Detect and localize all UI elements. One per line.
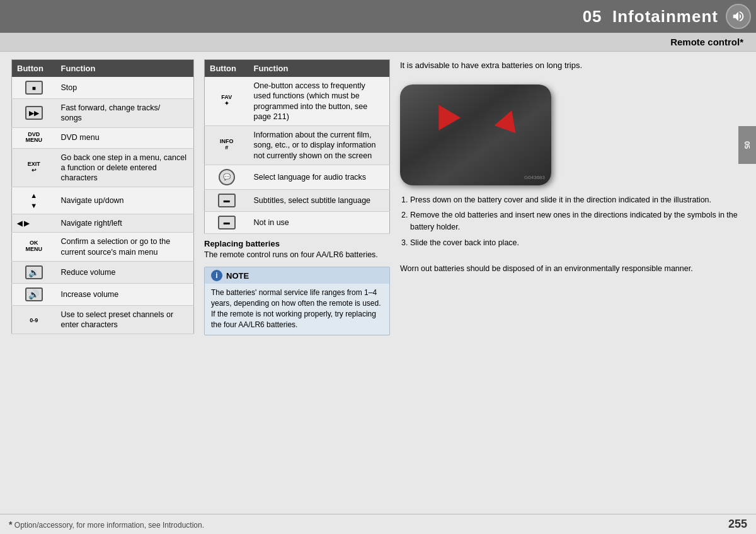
table-row: OKMENU Confirm a selection or go to the … [12,233,194,262]
section-title-bar: Remote control* [0,33,756,52]
step-3: Slide the cover back into place. [410,237,745,249]
function-cell: Fast forward, change tracks/songs [56,99,194,128]
arrow-indicator-1 [428,98,461,130]
function-cell: One-button access to frequently used fun… [249,77,390,126]
button-cell: 🔊 [12,283,56,305]
table-row: 💬 Select language for audio tracks [205,165,390,189]
note-label: NOTE [226,271,249,281]
function-cell: Subtitles, select subtitle language [249,189,390,211]
table-row: 🔉 Reduce volume [12,261,194,283]
image-label: G043683 [524,175,545,180]
function-cell: Navigate right/left [56,214,194,233]
info-icon: INFO# [220,139,234,151]
function-cell: Not in use [249,211,390,233]
button-cell: OKMENU [12,233,56,262]
button-cell: ▬ [205,211,249,233]
table-row: ▲ ▼ Navigate up/down [12,187,194,214]
table-row: 🔊 Increase volume [12,283,194,305]
stop-button-icon: ■ [25,81,43,95]
chapter-tab-label: 05 [743,141,751,149]
button-cell: 0-9 [12,305,56,334]
function-cell: Select language for audio tracks [249,165,390,189]
function-cell: Reduce volume [56,261,194,283]
left-button-table: Button Function ■ Stop ▶▶ Fast for [11,59,194,334]
table-row: FAV✦ One-button access to frequently use… [205,77,390,126]
exit-icon: EXIT↩ [28,161,40,174]
button-cell: ▶▶ [12,99,56,128]
replacing-batteries-heading: Replacing batteries [204,239,390,248]
section-title: Remote control* [670,37,743,47]
replacing-batteries-text: The remote control runs on four AA/LR6 b… [204,250,390,261]
function-cell: Confirm a selection or go to the current… [56,233,194,262]
button-cell: DVDMENU [12,127,56,148]
steps-section: Press down on the battery cover and slid… [400,194,745,253]
right-button-table: Button Function FAV✦ One-button access t… [204,59,390,234]
arrow-indicator-2 [495,106,523,132]
function-cell: Increase volume [56,283,194,305]
step-2: Remove the old batteries and insert new … [410,209,745,233]
button-cell: ◀ ▶ [12,214,56,233]
table-row: ▶▶ Fast forward, change tracks/songs [12,99,194,128]
chapter-title: Infotainment [612,7,718,26]
right-section: It is advisable to have extra batteries … [400,59,745,504]
footer-asterisk: * [9,519,12,530]
table-row: 0-9 Use to select preset channels or ent… [12,305,194,334]
function-cell: DVD menu [56,127,194,148]
chapter-tab: 05 [738,126,756,164]
left-table-section: Button Function ■ Stop ▶▶ Fast for [11,59,194,504]
left-col1-header: Button [12,60,56,78]
page-number: 255 [728,518,747,531]
button-cell: INFO# [205,126,249,165]
not-in-use-icon: ▬ [218,216,236,229]
advisory-text: It is advisable to have extra batteries … [400,59,745,72]
ok-menu-icon: OKMENU [26,240,43,253]
table-row: DVDMENU DVD menu [12,127,194,148]
ff-button-icon: ▶▶ [25,106,43,120]
note-header: i NOTE [205,267,389,284]
speaker-icon [726,4,751,29]
function-cell: Information about the current film, song… [249,126,390,165]
remote-image: G043683 [400,84,551,185]
vol-up-icon: 🔊 [25,287,43,301]
table-row: INFO# Information about the current film… [205,126,390,165]
function-cell: Use to select preset channels or enter c… [56,305,194,334]
vol-down-icon: 🔉 [25,265,43,279]
table-row: ■ Stop [12,77,194,99]
audio-lang-icon: 💬 [219,169,235,185]
numeric-icon: 0-9 [30,318,38,324]
function-cell: Navigate up/down [56,187,194,214]
button-cell: ■ [12,77,56,99]
button-cell: 💬 [205,165,249,189]
note-icon: i [211,270,222,281]
table-row: ▬ Subtitles, select subtitle language [205,189,390,211]
chapter-number: 05 [583,7,602,26]
button-cell: EXIT↩ [12,148,56,187]
main-content: Button Function ■ Stop ▶▶ Fast for [0,52,756,511]
button-cell: 🔉 [12,261,56,283]
function-cell: Stop [56,77,194,99]
arrows-updown-icon: ▲ ▼ [17,191,51,210]
right-col1-header: Button [205,60,249,78]
table-row: ▬ Not in use [205,211,390,233]
page-header: 05 Infotainment [0,0,756,33]
left-col2-header: Function [56,60,194,78]
dvd-menu-icon: DVDMENU [26,132,43,144]
step-1: Press down on the battery cover and slid… [410,194,745,206]
table-row: EXIT↩ Go back one step in a menu, cancel… [12,148,194,187]
subtitle-icon: ▬ [218,194,236,207]
button-cell: ▲ ▼ [12,187,56,214]
header-title: 05 Infotainment [583,7,718,26]
worn-out-text: Worn out batteries should be disposed of… [400,263,745,275]
fav-icon: FAV✦ [221,95,232,107]
table-row: ◀ ▶ Navigate right/left [12,214,194,233]
arrows-lr-icon: ◀ ▶ [17,219,51,228]
footer-note-text: Option/accessory, for more information, … [14,521,204,530]
right-col2-header: Function [249,60,390,78]
remote-image-container: G043683 [400,82,558,188]
speaker-svg [731,9,745,23]
function-cell: Go back one step in a menu, cancel a fun… [56,148,194,187]
footer-note: * Option/accessory, for more information… [9,519,204,530]
note-text: The batteries' normal service life range… [211,287,383,330]
button-cell: FAV✦ [205,77,249,126]
button-cell: ▬ [205,189,249,211]
